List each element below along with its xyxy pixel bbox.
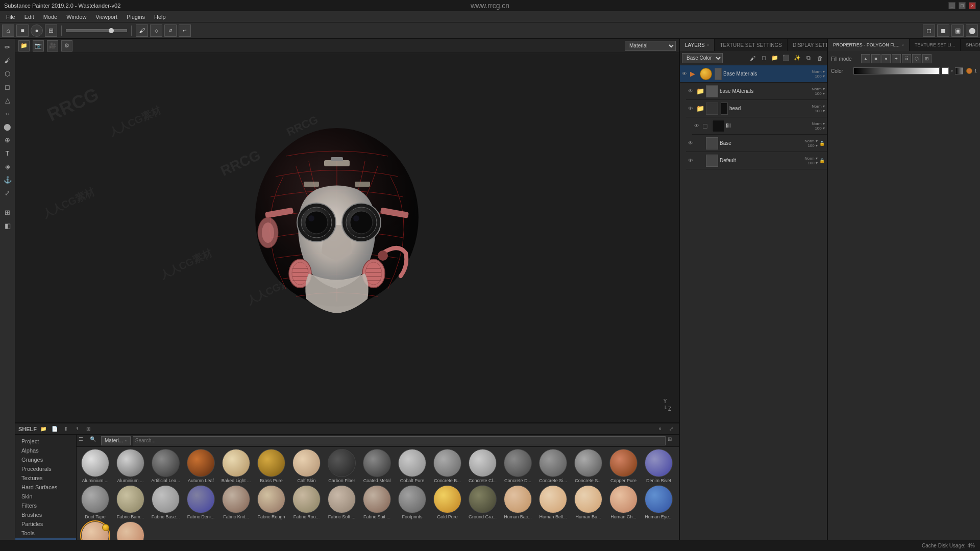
- menu-window[interactable]: Window: [62, 13, 90, 21]
- toolbar-stop-btn[interactable]: ■: [16, 24, 29, 37]
- toolbar-rotate-btn[interactable]: ↺: [164, 24, 177, 37]
- shelf-item-concrete-s2[interactable]: Concrete S...: [572, 449, 605, 483]
- shelf-cat-hard-surfaces[interactable]: Hard Surfaces: [15, 483, 76, 492]
- shelf-cat-particles[interactable]: Particles: [15, 519, 76, 529]
- tool-paint[interactable]: ✏: [2, 41, 14, 53]
- color-end-swatch[interactable]: [942, 67, 949, 74]
- shelf-item-autumn-leaf[interactable]: Autumn Leaf: [184, 449, 217, 483]
- tool-text[interactable]: T: [2, 147, 14, 159]
- menu-mode[interactable]: Mode: [39, 13, 62, 21]
- layer-fill[interactable]: 👁 ◻ fill Norm ▾ 100 ▾: [692, 117, 827, 135]
- shelf-item-fabric-rough2[interactable]: Fabric Rou...: [290, 485, 323, 519]
- layers-tab-close[interactable]: ×: [707, 43, 709, 47]
- shelf-cat-materials[interactable]: Materials: [15, 538, 76, 540]
- shelf-item-carbon-fiber[interactable]: Carbon Fiber: [325, 449, 358, 483]
- shelf-file-btn[interactable]: 📄: [50, 424, 59, 434]
- shelf-item-concrete-b[interactable]: Concrete B...: [431, 449, 464, 483]
- layers-add-fill-btn[interactable]: ◻: [758, 53, 769, 63]
- layer-default[interactable]: 👁 Default Norm ▾ 100 ▾ 🔒: [686, 152, 827, 169]
- viewport-mode-btn4[interactable]: ⬤: [966, 24, 978, 37]
- base-color-select[interactable]: Base Color: [682, 53, 723, 63]
- shelf-filter-options-btn[interactable]: ☰: [79, 436, 88, 445]
- shelf-cat-project[interactable]: Project: [15, 437, 76, 446]
- shelf-import-btn[interactable]: ⬆: [61, 424, 70, 434]
- tool-smudge[interactable]: ↔: [2, 107, 14, 119]
- shelf-active-filter-tab[interactable]: Materi... ×: [101, 436, 131, 445]
- shelf-item-human-eye[interactable]: Human Eye...: [642, 485, 675, 519]
- shelf-item-coated-metal[interactable]: Coated Metal: [360, 449, 394, 483]
- viewport-mode-btn3[interactable]: ▣: [951, 24, 964, 37]
- menu-edit[interactable]: Edit: [20, 13, 38, 21]
- properties-tab[interactable]: PROPERTIES - POLYGON FL... ×: [828, 39, 910, 51]
- layer-base-materials[interactable]: 👁 ▶ Base Materials Norm ▾ 100 ▾: [680, 65, 827, 83]
- shelf-item-footprints[interactable]: Footprints: [396, 485, 429, 519]
- shelf-item-fabric-kni[interactable]: Fabric Knit...: [219, 485, 253, 519]
- viewport-mode-btn1[interactable]: ◻: [923, 24, 935, 37]
- shelf-cat-alphas[interactable]: Alphas: [15, 446, 76, 455]
- minimize-button[interactable]: _: [948, 2, 955, 9]
- tool-transform[interactable]: ⤢: [2, 187, 14, 199]
- shelf-close-btn[interactable]: ×: [655, 424, 665, 434]
- color-sample[interactable]: [966, 68, 972, 74]
- vp-camera-btn[interactable]: 📷: [33, 40, 44, 52]
- layers-del-btn[interactable]: 🗑: [815, 53, 825, 63]
- menu-file[interactable]: File: [2, 13, 19, 21]
- shelf-item-concrete-d[interactable]: Concrete D...: [501, 449, 534, 483]
- shelf-cat-filters[interactable]: Filters: [15, 501, 76, 510]
- shelf-item-human-bell[interactable]: Human Bell...: [536, 485, 570, 519]
- shelf-item-denim[interactable]: Denim Rivet: [642, 449, 675, 483]
- layer-vis-fill[interactable]: 👁: [694, 123, 701, 129]
- shelf-cat-tools[interactable]: Tools: [15, 529, 76, 538]
- shelf-item-fabric-rough1[interactable]: Fabric Rough: [255, 485, 288, 519]
- layer-blend-mode-head[interactable]: Norm ▾: [812, 104, 825, 109]
- shelf-cat-textures[interactable]: Textures: [15, 473, 76, 483]
- shelf-item-duct-tape[interactable]: Duct Tape: [79, 485, 112, 519]
- fill-icon-triangle[interactable]: ▲: [861, 54, 870, 63]
- toolbar-erase-btn[interactable]: ◇: [150, 24, 162, 37]
- menu-help[interactable]: Help: [150, 13, 170, 21]
- layers-add-effect-btn[interactable]: ✨: [792, 53, 802, 63]
- shelf-search-input[interactable]: [133, 436, 666, 445]
- tool-fill[interactable]: ⬡: [2, 67, 14, 80]
- properties-tab-close[interactable]: ×: [901, 43, 904, 47]
- toolbar-home-btn[interactable]: ⌂: [2, 24, 14, 37]
- fill-icon-dots[interactable]: ⠿: [902, 54, 911, 63]
- shelf-item-aluminium2[interactable]: Aluminium ...: [114, 449, 147, 483]
- shelf-item-human-bac[interactable]: Human Bac...: [501, 485, 534, 519]
- layer-vis-base-materials[interactable]: 👁: [682, 71, 689, 77]
- shelf-item-calf-skin[interactable]: Calf Skin: [290, 449, 323, 483]
- shelf-item-aluminium1[interactable]: Aluminium ...: [79, 449, 112, 483]
- shelf-options-btn[interactable]: ⊞: [84, 424, 93, 434]
- shelf-item-fabric-base[interactable]: Fabric Base...: [149, 485, 182, 519]
- tool-polygon[interactable]: △: [2, 94, 14, 106]
- tool-brush[interactable]: 🖌: [2, 54, 14, 66]
- tool-anchor[interactable]: ⚓: [2, 173, 14, 186]
- layers-add-folder-btn[interactable]: 📁: [770, 53, 780, 63]
- shelf-item-human-ch[interactable]: Human Ch...: [607, 485, 640, 519]
- shelf-item-human-bu[interactable]: Human Bu...: [572, 485, 605, 519]
- shelf-cat-brushes[interactable]: Brushes: [15, 510, 76, 519]
- shader-settin-tab[interactable]: SHADER SETTIN...: [961, 39, 980, 51]
- texture-set-settings-tab[interactable]: TEXTURE SET SETTINGS: [715, 39, 788, 51]
- shelf-item-baked-light[interactable]: Baked Light ...: [219, 449, 253, 483]
- layers-add-paint-btn[interactable]: 🖌: [747, 53, 757, 63]
- layer-base[interactable]: 👁 Base Norm ▾ 100 ▾ 🔒: [686, 135, 827, 152]
- tool-extra2[interactable]: ◧: [2, 219, 14, 232]
- layer-vis-base[interactable]: 👁: [688, 140, 695, 146]
- texture-set-li-tab[interactable]: TEXTURE SET LI...: [910, 39, 961, 51]
- layers-dup-btn[interactable]: ⧉: [803, 53, 814, 63]
- shelf-item-concrete-cl[interactable]: Concrete Cl...: [466, 449, 499, 483]
- vp-folder-btn[interactable]: 📁: [18, 40, 30, 52]
- color-opacity-bar[interactable]: [955, 67, 963, 74]
- fill-icon-square[interactable]: ■: [871, 54, 880, 63]
- shelf-item-artificial[interactable]: Artificial Lea...: [149, 449, 182, 483]
- shelf-grid-view-btn[interactable]: ⊞: [668, 436, 677, 445]
- shelf-item-fabric-den[interactable]: Fabric Deni...: [184, 485, 217, 519]
- shelf-resize-btn[interactable]: ⤢: [667, 424, 676, 434]
- shelf-item-brass[interactable]: Brass Pure: [255, 449, 288, 483]
- toolbar-circle-btn[interactable]: ●: [31, 24, 43, 37]
- layer-blend-mode-default[interactable]: Norm ▾: [804, 156, 818, 161]
- shelf-item-human-fac1[interactable]: H_uman Fac...: [79, 521, 112, 540]
- tool-erase[interactable]: ◻: [2, 81, 14, 93]
- shelf-filter-close[interactable]: ×: [125, 438, 127, 443]
